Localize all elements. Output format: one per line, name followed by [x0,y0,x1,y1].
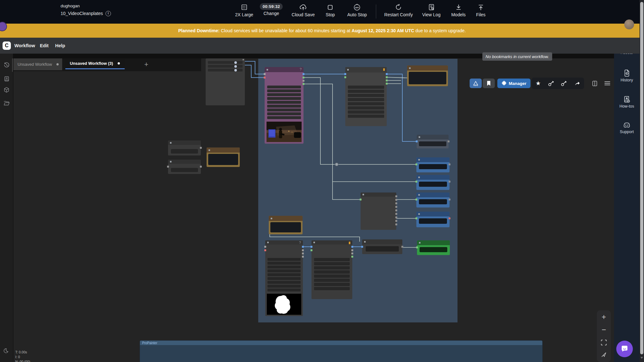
node-mid-grey[interactable] [345,67,387,126]
zoom-out-button[interactable]: − [597,324,611,336]
node-flat[interactable] [362,239,402,254]
output-port[interactable] [302,249,304,251]
input-port[interactable] [416,246,418,248]
widget-row[interactable] [267,285,301,288]
output-port[interactable] [302,246,304,248]
input-port[interactable] [416,140,418,142]
input-port[interactable] [415,163,417,165]
output-port[interactable] [395,220,397,222]
widget-row[interactable] [267,109,301,111]
output-port[interactable] [351,253,353,254]
node-blue-1[interactable] [416,157,450,172]
output-port[interactable] [386,83,388,85]
scrollbar-down-arrow[interactable] [640,357,643,359]
vacuum-deep-clean-button[interactable] [557,78,570,89]
widget-row[interactable] [314,275,350,278]
output-port[interactable] [303,77,304,79]
panel-toggle-button[interactable] [589,79,600,88]
hamburger-menu-button[interactable] [602,79,613,88]
zoom-in-button[interactable]: + [597,311,611,323]
widget-row[interactable] [314,262,350,265]
output-port[interactable] [302,253,304,254]
widget-row[interactable] [314,266,350,269]
page-scrollbar[interactable] [640,0,644,362]
collapse-dot[interactable] [418,159,420,161]
collapse-dot[interactable] [313,242,315,243]
widget-row[interactable] [348,90,384,93]
collapse-dot[interactable] [409,67,411,69]
input-port[interactable] [311,246,312,248]
pan-mode-button[interactable] [597,349,611,361]
sidebar-item-node-library[interactable] [0,76,13,82]
widget-row[interactable] [348,86,384,89]
collapse-dot[interactable] [418,177,420,178]
tab-unsaved-workflow-1[interactable]: Unsaved Workflow [13,58,62,70]
widget-row[interactable] [314,279,350,282]
collapse-dot[interactable] [267,69,268,71]
widget-row[interactable] [267,262,301,265]
sidebar-item-history[interactable] [0,62,13,68]
widget-row[interactable] [314,283,350,286]
output-port[interactable] [449,199,450,200]
widget-row[interactable] [267,266,301,268]
node-blue-3[interactable] [416,192,450,207]
input-port[interactable] [264,77,266,79]
timer-change-button[interactable]: 00:59:32 Change [260,3,283,16]
input-port[interactable] [415,217,417,219]
widget-row[interactable] [208,69,243,72]
fit-view-button[interactable] [597,336,611,349]
node-standalone-1[interactable] [168,140,201,155]
output-port[interactable] [200,166,202,168]
output-port[interactable] [386,73,388,75]
new-tab-button[interactable]: + [141,59,151,70]
collapse-dot[interactable] [419,136,420,138]
info-icon[interactable]: i [106,11,111,16]
widget-row[interactable] [267,89,301,92]
input-port[interactable] [415,199,417,200]
output-port[interactable] [395,223,397,225]
node-blue-2[interactable] [416,175,450,190]
widget-row[interactable] [208,61,243,64]
node-process-grey[interactable] [311,240,352,299]
sidebar-item-howtos[interactable]: How-tos [614,96,640,109]
output-port[interactable] [395,206,397,208]
collapse-dot[interactable] [267,242,269,243]
stop-button[interactable]: Stop [326,3,335,17]
output-port[interactable] [351,256,353,258]
collapse-dot[interactable] [418,213,420,215]
manager-button[interactable]: Manager [497,79,531,88]
node-load-video-purple[interactable]: ? [265,67,304,144]
collapse-dot[interactable] [271,218,272,219]
comfy-logo[interactable]: C [3,41,11,50]
node-blue-4[interactable] [416,212,450,227]
widget-row[interactable] [314,270,350,274]
restart-comfy-button[interactable]: Restart Comfy [384,3,413,17]
share-button[interactable] [571,78,583,89]
output-port[interactable] [395,195,397,197]
widget-row[interactable] [267,97,301,100]
output-port[interactable] [303,83,304,85]
output-port[interactable] [449,163,450,165]
collapse-dot[interactable] [362,194,364,195]
sidebar-item-model-library[interactable] [0,87,13,93]
node-preview-brown-mid[interactable] [269,216,303,234]
star-button[interactable]: ★ [532,78,545,89]
widget-row[interactable] [208,65,243,68]
sidebar-item-history[interactable]: History [614,70,640,82]
widget-row[interactable] [348,106,384,109]
node-preview-brown-top[interactable] [407,65,448,86]
widget-row[interactable] [267,281,301,284]
output-port[interactable] [351,246,353,248]
widget-row[interactable] [348,98,384,101]
toggle-dot[interactable] [234,69,237,72]
sidebar-item-workflows[interactable] [0,101,13,106]
output-port[interactable] [302,256,304,258]
toggle-dot[interactable] [234,61,237,64]
models-button[interactable]: Models [451,3,465,17]
output-port[interactable] [449,217,450,219]
input-port[interactable] [344,73,346,75]
output-port[interactable] [386,76,388,78]
output-port[interactable] [395,199,397,201]
collapse-dot[interactable] [170,142,172,144]
input-port[interactable] [361,246,363,248]
